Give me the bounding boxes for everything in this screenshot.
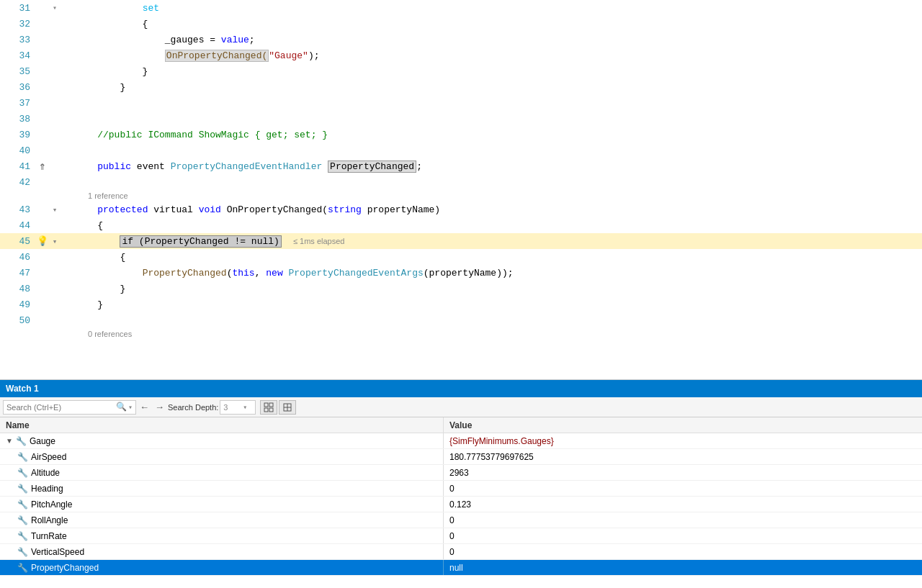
- watch-row-turnrate[interactable]: 🔧 TurnRate 0: [0, 528, 922, 544]
- watch-label-altitude: Altitude: [31, 468, 60, 478]
- code-line-38: 38: [0, 111, 922, 127]
- line-number-48: 48: [0, 284, 36, 294]
- ref-hint-50-text: 0 references: [88, 330, 132, 338]
- line-code-31: set: [72, 0, 922, 16]
- watch-col-header: Name Value: [0, 417, 922, 433]
- depth-select[interactable]: ▾: [220, 400, 256, 415]
- line-number-45: 45: [0, 236, 36, 247]
- watch-label-airspeed: AirSpeed: [31, 452, 66, 462]
- col-header-name: Name: [0, 420, 443, 430]
- line-code-47: PropertyChanged(this, new PropertyChange…: [72, 265, 922, 281]
- ref-hint-43: 1 reference: [0, 190, 922, 202]
- code-line-40: 40: [0, 143, 922, 158]
- code-line-50: 50: [0, 312, 922, 328]
- depth-input[interactable]: [223, 403, 241, 412]
- code-line-47: 47 PropertyChanged(this, new PropertyCha…: [0, 265, 922, 281]
- watch-row-verticalspeed[interactable]: 🔧 VerticalSpeed 0: [0, 544, 922, 560]
- nav-back-button[interactable]: ←: [138, 400, 151, 415]
- prop-icon-gauge: 🔧: [16, 436, 27, 446]
- prop-icon-pitchangle: 🔧: [17, 499, 28, 510]
- line-code-45: if (PropertyChanged != null) ≤ 1ms elaps…: [72, 233, 922, 249]
- watch-label-turnrate: TurnRate: [31, 531, 67, 541]
- line-number-46: 46: [0, 252, 36, 263]
- watch-name-rollangle: 🔧 RollAngle: [0, 515, 443, 525]
- prop-icon-verticalspeed: 🔧: [17, 547, 28, 557]
- watch-row-rollangle[interactable]: 🔧 RollAngle 0: [0, 512, 922, 528]
- watch-label-heading: Heading: [31, 484, 63, 494]
- line-code-50: [72, 312, 922, 328]
- ref-hint-50: 0 references: [0, 328, 922, 340]
- svg-rect-0: [264, 403, 268, 407]
- line-number-41: 41: [0, 161, 36, 172]
- line-number-37: 37: [0, 98, 36, 109]
- prop-icon-propertychanged: 🔧: [17, 563, 28, 573]
- expand-all-button[interactable]: [260, 400, 277, 415]
- search-depth-label: Search Depth:: [168, 403, 218, 412]
- line-code-39: //public ICommand ShowMagic { get; set; …: [72, 127, 922, 143]
- line-number-39: 39: [0, 130, 36, 140]
- watch-value-airspeed: 180.77753779697625: [444, 452, 922, 462]
- collapse-45[interactable]: ▾: [49, 237, 61, 246]
- elapsed-hint: ≤ 1ms elapsed: [289, 237, 345, 245]
- step-indicator: ⇑: [39, 159, 46, 173]
- expand-icon-gauge[interactable]: ▼: [6, 437, 13, 445]
- code-editor: 31 ▾ set 32 { 33: [0, 0, 922, 379]
- line-code-40: [72, 143, 922, 158]
- watch-toolbar: 🔍 ▾ ← → Search Depth: ▾: [0, 397, 922, 417]
- code-content: 31 ▾ set 32 { 33: [0, 0, 922, 379]
- code-line-48: 48 }: [0, 281, 922, 297]
- watch-value-propertychanged: null: [444, 563, 922, 573]
- prop-icon-turnrate: 🔧: [17, 531, 28, 541]
- code-line-36: 36 }: [0, 79, 922, 95]
- watch-label-rollangle: RollAngle: [31, 515, 68, 525]
- watch-value-verticalspeed: 0: [444, 547, 922, 557]
- line-number-35: 35: [0, 66, 36, 77]
- code-line-34: 34 OnPropertyChanged("Gauge");: [0, 48, 922, 63]
- collapse-31[interactable]: ▾: [49, 4, 61, 12]
- watch-value-turnrate: 0: [444, 531, 922, 541]
- watch-label-verticalspeed: VerticalSpeed: [31, 547, 84, 557]
- line-number-44: 44: [0, 220, 36, 231]
- line-code-35: }: [72, 63, 922, 79]
- depth-dropdown-icon[interactable]: ▾: [243, 403, 247, 412]
- line-code-43: protected virtual void OnPropertyChanged…: [72, 202, 922, 217]
- watch-row-pitchangle[interactable]: 🔧 PitchAngle 0.123: [0, 497, 922, 512]
- search-input[interactable]: [6, 403, 115, 412]
- line-number-42: 42: [0, 177, 36, 188]
- watch-panel-header: Watch 1: [0, 380, 922, 397]
- watch-name-heading: 🔧 Heading: [0, 484, 443, 494]
- svg-rect-3: [269, 408, 273, 412]
- code-line-35: 35 }: [0, 63, 922, 79]
- nav-forward-button[interactable]: →: [153, 400, 166, 415]
- watch-row-altitude[interactable]: 🔧 Altitude 2963: [0, 465, 922, 481]
- watch-row-heading[interactable]: 🔧 Heading 0: [0, 481, 922, 497]
- watch-name-pitchangle: 🔧 PitchAngle: [0, 499, 443, 510]
- watch-row-propertychanged[interactable]: 🔧 PropertyChanged null: [0, 560, 922, 576]
- watch-panel-title: Watch 1: [6, 384, 39, 394]
- svg-rect-2: [264, 408, 268, 412]
- line-number-34: 34: [0, 50, 36, 61]
- line-number-40: 40: [0, 145, 36, 156]
- line-number-38: 38: [0, 114, 36, 125]
- watch-row-gauge[interactable]: ▼ 🔧 Gauge {SimFlyMinimums.Gauges}: [0, 433, 922, 449]
- watch-name-propertychanged: 🔧 PropertyChanged: [0, 563, 443, 573]
- collapse-43[interactable]: ▾: [49, 205, 61, 214]
- line-number-50: 50: [0, 315, 36, 326]
- collapse-all-button[interactable]: [279, 400, 296, 415]
- search-dropdown-icon[interactable]: ▾: [128, 403, 133, 412]
- line-number-32: 32: [0, 19, 36, 30]
- line-code-41: public event PropertyChangedEventHandler…: [72, 158, 922, 174]
- search-icon: 🔍: [116, 402, 127, 412]
- prop-icon-altitude: 🔧: [17, 468, 28, 478]
- breakpoint-41: ⇑: [36, 159, 49, 173]
- watch-label-gauge: Gauge: [30, 436, 55, 446]
- search-box[interactable]: 🔍 ▾: [3, 400, 136, 415]
- breakpoint-45: 💡: [36, 235, 49, 247]
- line-code-44: {: [72, 217, 922, 233]
- line-code-37: [72, 95, 922, 111]
- watch-row-airspeed[interactable]: 🔧 AirSpeed 180.77753779697625: [0, 449, 922, 465]
- collapse-all-icon: [282, 402, 292, 412]
- prop-icon-heading: 🔧: [17, 484, 28, 494]
- line-code-38: [72, 111, 922, 127]
- line-number-47: 47: [0, 268, 36, 279]
